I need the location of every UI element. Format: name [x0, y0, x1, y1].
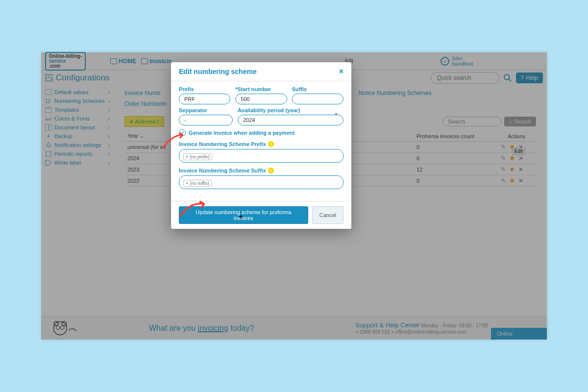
chevron-right-icon: ›	[108, 98, 110, 104]
chevron-right-icon: ›	[108, 160, 110, 166]
generate-invoice-checkbox[interactable]: ✓	[179, 129, 186, 136]
table-search-input[interactable]	[442, 117, 501, 126]
delete-icon[interactable]: ✕	[517, 166, 524, 173]
edit-icon[interactable]: ✎	[500, 144, 507, 150]
sidebar-item-numbering[interactable]: 12Numbering Schemes›	[41, 97, 114, 105]
colors-icon: AbC	[45, 116, 52, 122]
svg-text:12: 12	[45, 98, 51, 104]
start-input[interactable]	[235, 94, 287, 104]
close-icon[interactable]: ×	[339, 67, 343, 76]
info-icon[interactable]: i	[268, 168, 274, 173]
sidebar-item-reports[interactable]: Periodic reports›	[41, 149, 114, 158]
chevron-right-icon: ›	[108, 143, 110, 148]
chevron-right-icon: ›	[108, 116, 110, 122]
sort-icon: ⌄	[140, 133, 144, 139]
plus-icon: +	[130, 119, 133, 124]
inv-suffix-label: Invoice Numbering Scheme Suffix	[179, 168, 266, 173]
avatar-icon: ☺	[441, 57, 449, 66]
inv-prefix-input[interactable]: ×(no prefix)	[179, 149, 343, 163]
sidebar-item-layout[interactable]: Document layout›	[41, 123, 114, 132]
search-icon[interactable]	[503, 74, 512, 82]
layout-icon	[45, 124, 52, 130]
config-icon	[45, 74, 53, 81]
col-actions: Actions	[497, 131, 536, 142]
report-icon	[45, 151, 52, 157]
online-badge[interactable]: Online	[491, 328, 547, 340]
cell-count: 0	[414, 175, 497, 187]
user-menu[interactable]: ☺ John(sandbox)	[441, 56, 473, 67]
tag-icon	[45, 160, 52, 166]
svg-text:AbC: AbC	[45, 117, 52, 122]
table-search-button[interactable]: ⌕Search	[504, 117, 536, 126]
backup-icon	[45, 133, 52, 139]
edit-scheme-modal: Edit numbering scheme × Prefix *Start nu…	[171, 62, 351, 229]
sidebar: Default values› 12Numbering Schemes› Tem…	[41, 86, 114, 316]
svg-point-14	[53, 321, 67, 335]
suffix-input[interactable]	[292, 94, 343, 104]
tab-order-numbering[interactable]: Order Numberin	[124, 100, 167, 107]
separator-input[interactable]	[179, 115, 233, 125]
tab-notice-numbering[interactable]: Notice Numbering Schemes	[358, 90, 431, 97]
generate-invoice-label: Generate invoice when adding a payment	[189, 130, 294, 136]
defaults-icon	[45, 89, 52, 95]
separator-label: Sepparator	[179, 107, 233, 113]
remove-tag-icon[interactable]: ×	[186, 181, 188, 186]
help-button[interactable]: ?Help	[516, 73, 543, 83]
lens-icon: ⌕	[509, 119, 513, 124]
edit-icon[interactable]: ✎	[500, 166, 507, 173]
sidebar-item-colors[interactable]: AbCColors & Fonts›	[41, 114, 114, 123]
prefix-input[interactable]	[179, 94, 230, 104]
sidebar-item-default-values[interactable]: Default values›	[41, 88, 114, 97]
svg-point-4	[504, 74, 509, 80]
cursor-icon: ✦	[238, 213, 244, 220]
sidebar-item-templates[interactable]: Templates›	[41, 105, 114, 114]
suffix-label: Suffix	[292, 86, 343, 92]
tagline: What are you invoicing today?	[149, 324, 254, 332]
inv-prefix-label: Invoice Numbering Scheme Prefix	[179, 141, 266, 147]
delete-icon[interactable]: ✕	[517, 155, 524, 162]
edit-icon[interactable]: ✎	[500, 155, 507, 162]
chevron-right-icon: ›	[108, 134, 110, 139]
cancel-button[interactable]: Cancel	[312, 206, 343, 224]
star-icon[interactable]: ✱	[509, 166, 515, 173]
delete-icon[interactable]: ✕	[517, 177, 524, 184]
sidebar-item-backup[interactable]: Backup›	[41, 132, 114, 141]
star-icon[interactable]: ✱	[509, 155, 515, 162]
availability-label: Availability period (year)	[238, 107, 343, 113]
quick-search-input[interactable]	[431, 72, 499, 84]
cell-count: 0	[414, 142, 497, 153]
support-info: Support & Help Center Monday - Friday: 0…	[355, 321, 488, 335]
help-icon: ?	[521, 74, 524, 81]
numbering-icon: 12	[45, 98, 52, 104]
edit-icon[interactable]: ✎	[500, 177, 507, 184]
page-title: Configurations	[45, 73, 110, 83]
template-icon	[45, 107, 52, 113]
svg-line-5	[509, 79, 511, 82]
info-icon[interactable]: i	[268, 141, 274, 147]
availability-select[interactable]	[238, 115, 343, 125]
chevron-right-icon: ›	[108, 107, 110, 113]
svg-rect-8	[45, 107, 52, 113]
cell-count: 12	[414, 164, 497, 175]
inv-suffix-input[interactable]: ×(no suffix)	[179, 175, 343, 189]
nav-home[interactable]: HOME	[110, 58, 136, 65]
logo[interactable]: Online-billing- service.com	[45, 52, 86, 71]
tab-invoice-numbering[interactable]: Invoice Numb	[124, 90, 160, 97]
chevron-right-icon: ›	[108, 125, 110, 130]
prefix-label: Prefix	[179, 86, 230, 92]
svg-point-18	[61, 325, 65, 329]
edit-tooltip: Edit	[512, 147, 525, 155]
cell-count: 0	[414, 153, 497, 164]
col-count: Proforma invoices count	[414, 131, 497, 142]
home-icon	[110, 58, 117, 64]
star-icon[interactable]: ✱	[509, 177, 515, 184]
mascot-icon	[51, 318, 80, 338]
remove-tag-icon[interactable]: ×	[186, 154, 188, 159]
nav-invoicing[interactable]: Invoicin	[141, 58, 172, 65]
sidebar-item-whitelabel[interactable]: White label›	[41, 158, 114, 167]
start-label: *Start number	[235, 86, 287, 92]
svg-rect-13	[46, 151, 51, 157]
bell-icon	[45, 142, 52, 148]
sidebar-item-notifications[interactable]: Notification settings›	[41, 141, 114, 149]
add-new-button[interactable]: +Add new t	[124, 116, 164, 127]
